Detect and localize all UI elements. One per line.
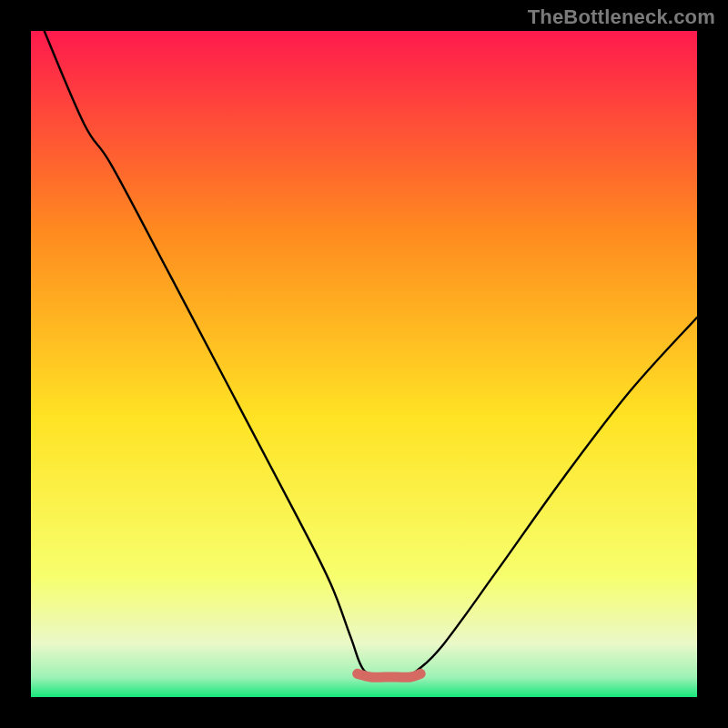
- gradient-background: [31, 31, 697, 697]
- optimal-flat-marker: [358, 673, 421, 677]
- chart-plot-area: [31, 31, 697, 697]
- watermark-text: TheBottleneck.com: [528, 5, 715, 29]
- chart-frame: TheBottleneck.com: [0, 0, 728, 728]
- chart-svg: [31, 31, 697, 697]
